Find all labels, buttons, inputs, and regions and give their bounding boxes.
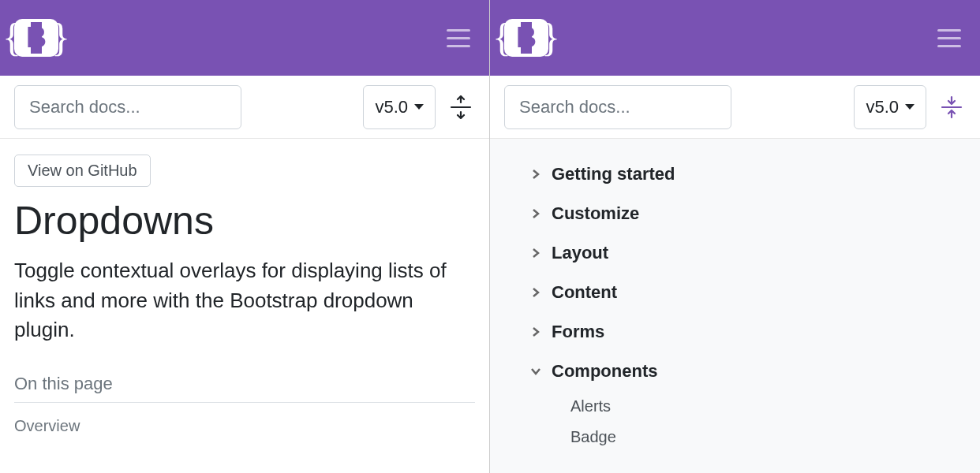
chevron-right-icon <box>528 285 544 300</box>
left-pane: { B } v5.0 View on GitHub Dropdowns <box>0 0 490 473</box>
top-navbar: { B } <box>0 0 489 76</box>
nav-sub-badge[interactable]: Badge <box>528 422 966 453</box>
chevron-right-icon <box>528 166 544 182</box>
chevron-right-icon <box>528 245 544 261</box>
version-dropdown[interactable]: v5.0 <box>363 85 436 129</box>
bootstrap-logo[interactable]: { B } <box>504 19 548 57</box>
sub-navbar: v5.0 <box>490 76 980 139</box>
chevron-right-icon <box>528 324 544 340</box>
bootstrap-logo[interactable]: { B } <box>14 19 58 57</box>
nav-section-label: Forms <box>552 322 604 342</box>
top-navbar: { B } <box>490 0 980 76</box>
expand-collapse-icon[interactable] <box>447 93 475 121</box>
sidebar-nav: Getting started Customize Layout Content… <box>490 139 980 473</box>
page-lead: Toggle contextual overlays for displayin… <box>14 256 475 345</box>
chevron-down-icon <box>528 363 544 379</box>
view-on-github-link[interactable]: View on GitHub <box>14 155 151 187</box>
chevron-right-icon <box>528 206 544 222</box>
version-label: v5.0 <box>375 97 408 117</box>
nav-section-content[interactable]: Content <box>528 273 966 312</box>
nav-section-label: Content <box>552 282 617 303</box>
hamburger-icon[interactable] <box>442 24 475 52</box>
version-dropdown[interactable]: v5.0 <box>854 85 926 129</box>
nav-section-forms[interactable]: Forms <box>528 312 966 352</box>
nav-section-getting-started[interactable]: Getting started <box>528 155 966 194</box>
nav-section-label: Customize <box>552 203 639 224</box>
page-title: Dropdowns <box>14 198 475 244</box>
nav-section-customize[interactable]: Customize <box>528 194 966 233</box>
main-content: View on GitHub Dropdowns Toggle contextu… <box>0 139 489 473</box>
version-label: v5.0 <box>866 97 899 117</box>
hamburger-icon[interactable] <box>933 24 966 52</box>
sub-navbar: v5.0 <box>0 76 489 139</box>
right-pane: { B } v5.0 Getting started <box>490 0 980 473</box>
nav-section-label: Layout <box>552 243 608 263</box>
nav-section-layout[interactable]: Layout <box>528 233 966 273</box>
nav-section-label: Getting started <box>552 164 675 184</box>
nav-section-label: Components <box>552 361 657 382</box>
search-input[interactable] <box>14 85 241 129</box>
caret-down-icon <box>905 104 915 110</box>
caret-down-icon <box>414 104 424 110</box>
toc-item[interactable]: Overview <box>14 414 475 438</box>
nav-section-components[interactable]: Components <box>528 352 966 391</box>
toc-heading: On this page <box>14 374 475 403</box>
nav-sub-alerts[interactable]: Alerts <box>528 391 966 422</box>
search-input[interactable] <box>504 85 731 129</box>
collapse-icon[interactable] <box>937 93 966 121</box>
